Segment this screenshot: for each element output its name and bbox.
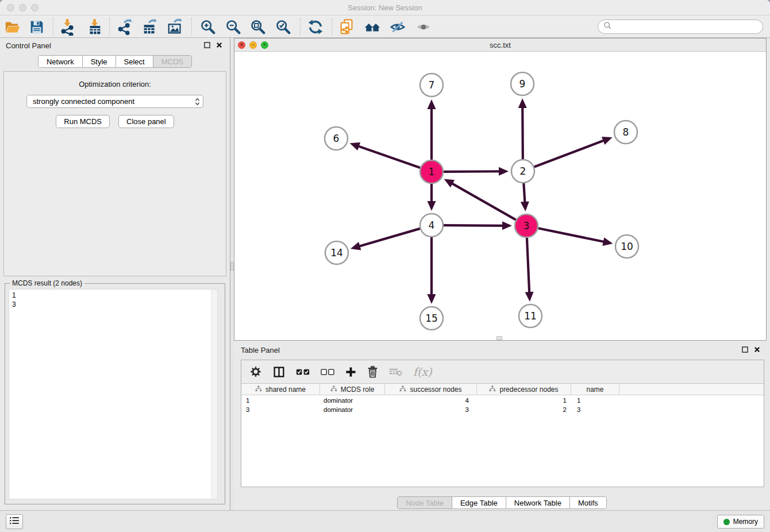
mcds-result-title: MCDS result (2 nodes) (10, 279, 84, 287)
table-cell[interactable]: dominator (320, 405, 385, 414)
graph-edge-3-11[interactable] (527, 238, 529, 295)
application-window: Session: New Session (0, 0, 770, 532)
open-session-icon[interactable] (3, 18, 22, 36)
deselect-all-checkboxes-icon[interactable] (321, 369, 334, 375)
column-label: name (586, 385, 603, 394)
tab-select[interactable]: Select (116, 56, 153, 67)
zoom-selected-icon[interactable] (274, 18, 292, 36)
fit-content-icon[interactable] (249, 18, 267, 36)
graph-node-label: 6 (333, 133, 340, 144)
graph-edge-3-1[interactable] (449, 182, 515, 220)
panel-divider[interactable] (230, 38, 234, 510)
main-toolbar (0, 16, 770, 38)
tab-mcds[interactable]: MCDS (153, 56, 191, 67)
graph-edge-arrowhead (428, 201, 436, 211)
close-panel-icon[interactable] (215, 41, 223, 49)
graph-node-label: 14 (330, 247, 343, 259)
show-all-icon[interactable] (414, 18, 433, 36)
canvas-resize-grip[interactable] (496, 336, 502, 340)
table-row[interactable]: 1dominator411 (241, 396, 764, 405)
table-cell[interactable]: 1 (241, 396, 320, 405)
tab-node-table[interactable]: Node Table (398, 497, 452, 508)
delete-rows-icon[interactable] (367, 366, 378, 378)
table-cell[interactable]: 3 (385, 405, 477, 414)
memory-button[interactable]: Memory (717, 515, 764, 529)
run-mcds-button[interactable]: Run MCDS (56, 115, 110, 128)
graph-edge-arrowhead (350, 142, 361, 151)
graph-edge-arrowhead (428, 294, 436, 304)
main-titlebar: Session: New Session (0, 0, 770, 16)
export-table-icon[interactable] (141, 18, 159, 36)
export-image-icon[interactable] (166, 18, 184, 36)
first-neighbors-icon[interactable] (363, 18, 382, 36)
tab-motifs[interactable]: Motifs (570, 497, 606, 508)
select-stepper-icon (194, 97, 201, 108)
export-network-icon[interactable] (116, 18, 134, 36)
graph-edge-1-6[interactable] (356, 145, 420, 168)
session-title: Session: New Session (0, 3, 770, 12)
tab-network-table[interactable]: Network Table (506, 497, 570, 508)
table-close-icon[interactable] (753, 346, 761, 353)
hide-selected-icon[interactable] (388, 18, 407, 36)
column-header-predecessor-nodes[interactable]: predecessor nodes (477, 384, 571, 395)
graph-edge-1-2[interactable] (444, 171, 502, 172)
mcds-result-line: 1 (12, 291, 214, 300)
table-row[interactable]: 3dominator323 (241, 405, 764, 414)
mcds-result-line: 3 (12, 300, 214, 309)
table-header: shared name MCDS role successor nodes pr… (241, 383, 764, 395)
graph-edge-arrowhead (525, 292, 534, 302)
table-cell[interactable]: 4 (385, 396, 477, 405)
apply-function-icon: f(x) (413, 365, 432, 378)
refresh-view-icon[interactable] (306, 18, 325, 36)
result-scrollbar[interactable] (211, 290, 217, 499)
column-header-shared-name[interactable]: shared name (241, 384, 320, 395)
graph-edge-2-8[interactable] (534, 140, 607, 167)
close-panel-button[interactable]: Close panel (118, 115, 174, 128)
status-bar: Memory (0, 510, 770, 532)
column-label: MCDS role (341, 385, 375, 394)
float-panel-icon[interactable] (203, 41, 211, 49)
graph-edge-2-9[interactable] (522, 105, 523, 159)
graph-edge-3-10[interactable] (538, 228, 607, 242)
zoom-in-icon[interactable] (199, 18, 217, 36)
table-cell[interactable]: 3 (571, 405, 619, 414)
graph-edge-arrowhead (521, 202, 529, 211)
save-session-icon[interactable] (28, 18, 46, 36)
clone-network-icon[interactable] (338, 18, 356, 36)
table-cell[interactable]: 1 (571, 396, 619, 405)
optimization-criterion-select[interactable]: strongly connected component (26, 95, 203, 108)
table-cell[interactable]: 3 (241, 405, 320, 414)
table-cell[interactable]: 2 (477, 405, 571, 414)
tab-edge-table[interactable]: Edge Table (452, 497, 506, 508)
column-header-successor-nodes[interactable]: successor nodes (385, 384, 477, 395)
zoom-out-icon[interactable] (224, 18, 242, 36)
task-history-button[interactable] (6, 514, 23, 529)
graph-edge-4-14[interactable] (357, 229, 420, 247)
table-cell[interactable]: 1 (477, 396, 571, 405)
column-header-mcds-role[interactable]: MCDS role (320, 384, 385, 395)
mcds-result-list[interactable]: 13 (9, 289, 218, 499)
graph-edge-arrowhead (502, 221, 512, 230)
graph-edge-4-3[interactable] (444, 225, 506, 226)
select-all-checkboxes-icon[interactable] (296, 369, 310, 375)
column-header-name[interactable]: name (571, 384, 619, 395)
mcds-result-lines: 13 (9, 290, 217, 310)
import-table-icon[interactable] (86, 18, 104, 36)
tab-network[interactable]: Network (38, 56, 83, 67)
graph-node-label: 7 (429, 79, 435, 91)
search-input[interactable] (615, 22, 763, 32)
main-content: Control Panel Network Style Select MCDS … (0, 38, 770, 510)
table-cell[interactable]: dominator (320, 396, 385, 405)
graph-node-label: 8 (623, 126, 629, 138)
import-network-icon[interactable] (59, 18, 77, 36)
table-settings-icon[interactable] (249, 365, 262, 378)
table-tabs: Node Table Edge Table Network Table Moti… (397, 496, 606, 509)
graph-node-label: 11 (524, 310, 537, 322)
search-field[interactable] (598, 20, 763, 34)
show-columns-icon[interactable] (273, 366, 285, 378)
tab-style[interactable]: Style (83, 56, 116, 67)
network-graph[interactable]: 7968124314101511 (234, 52, 766, 340)
table-float-icon[interactable] (741, 346, 749, 353)
network-canvas[interactable]: 7968124314101511 (234, 52, 766, 340)
add-row-icon[interactable] (345, 367, 356, 377)
